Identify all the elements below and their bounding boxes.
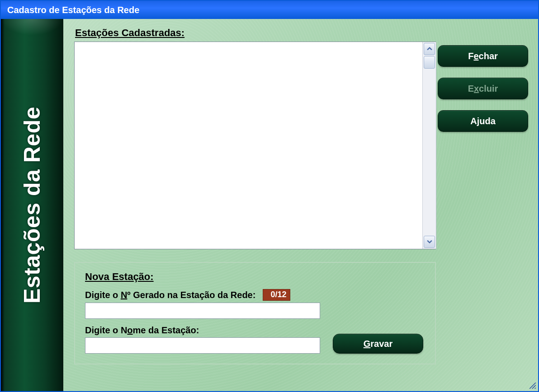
help-button-label: Ajuda [470, 116, 496, 126]
help-button[interactable]: Ajuda [438, 110, 528, 132]
list-title: Estações Cadastradas: [75, 27, 527, 39]
delete-button-label: Excluir [468, 84, 498, 94]
group-title: Nova Estação: [85, 271, 425, 283]
main-area: Estações Cadastradas: [63, 19, 538, 391]
side-banner: Estações da Rede [1, 19, 63, 391]
delete-button[interactable]: Excluir [438, 78, 528, 99]
number-field-label-row: Digite o Nº Gerado na Estação da Rede: 0… [85, 289, 425, 301]
stations-listbox[interactable] [74, 42, 436, 249]
name-field-label: Digite o Nome da Estação: [85, 325, 199, 336]
save-button-label: Gravar [364, 339, 393, 349]
scroll-down-button[interactable] [424, 236, 435, 248]
titlebar: Cadastro de Estações da Rede [1, 1, 538, 19]
scroll-thumb[interactable] [424, 56, 435, 69]
scroll-up-button[interactable] [424, 43, 435, 55]
stations-listbox-viewport[interactable] [75, 42, 422, 249]
app-window: Cadastro de Estações da Rede Estações da… [0, 0, 539, 392]
number-field-label: Digite o Nº Gerado na Estação da Rede: [85, 290, 255, 300]
name-row: Digite o Nome da Estação: Gravar [85, 325, 425, 354]
name-field-label-row: Digite o Nome da Estação: [85, 325, 320, 336]
char-counter: 0/12 [263, 289, 290, 301]
close-button[interactable]: Fechar [438, 45, 528, 67]
vertical-scrollbar[interactable] [422, 42, 436, 249]
new-station-group: Nova Estação: Digite o Nº Gerado na Esta… [74, 262, 436, 364]
client-area: Estações da Rede Estações Cadastradas: [1, 19, 538, 391]
chevron-up-icon [427, 45, 432, 53]
station-number-input[interactable] [85, 303, 320, 319]
save-button[interactable]: Gravar [333, 334, 423, 354]
station-name-input[interactable] [85, 337, 320, 354]
side-banner-label: Estações da Rede [19, 107, 45, 303]
resize-grip-icon[interactable] [529, 382, 537, 390]
action-buttons: Fechar Excluir Ajuda [438, 45, 528, 132]
banner-glare [1, 19, 63, 35]
close-button-label: Fechar [468, 51, 498, 61]
chevron-down-icon [427, 238, 432, 246]
window-title: Cadastro de Estações da Rede [7, 5, 139, 15]
